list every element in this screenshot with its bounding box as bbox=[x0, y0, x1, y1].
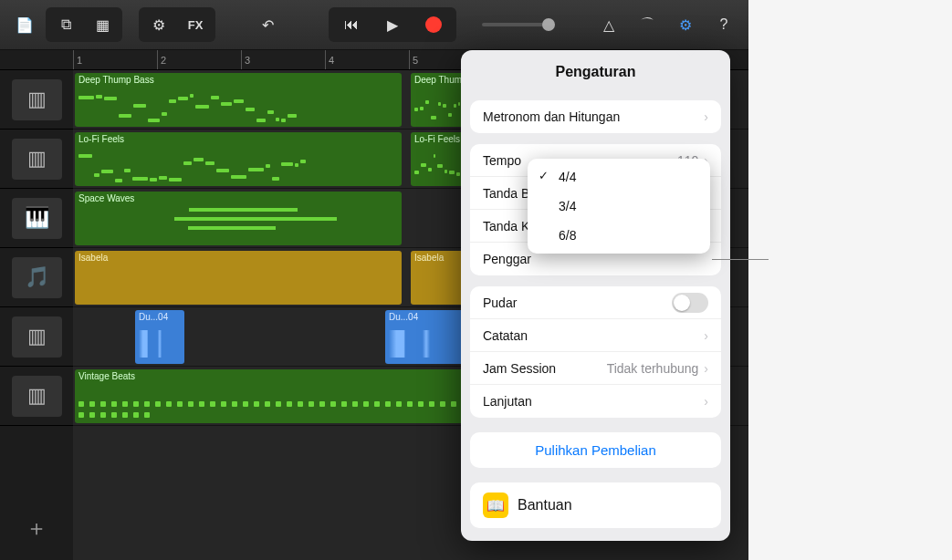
settings-section: Pudar Catatan › Jam Session Tidak terhub… bbox=[470, 286, 721, 418]
region[interactable]: Du...04 bbox=[385, 310, 467, 364]
fade-row[interactable]: Pudar bbox=[470, 286, 721, 319]
fade-toggle[interactable] bbox=[672, 293, 708, 313]
transport: ⏮ ▶ bbox=[329, 7, 456, 42]
chevron-right-icon: › bbox=[704, 328, 708, 343]
callout-line bbox=[712, 259, 769, 260]
settings-popover: Pengaturan Metronom dan Hitungan › Tempo… bbox=[461, 50, 730, 541]
jam-session-row[interactable]: Jam Session Tidak terhubung › bbox=[470, 352, 721, 385]
row-label: Metronom dan Hitungan bbox=[483, 109, 698, 124]
ruler-mark: 2 bbox=[157, 50, 241, 69]
popover-title: Pengaturan bbox=[461, 50, 730, 89]
chevron-right-icon: › bbox=[704, 109, 708, 124]
row-label: Lanjutan bbox=[483, 394, 698, 409]
region[interactable]: Deep Thump Bass bbox=[75, 73, 402, 127]
app-root: 📄 ⧉ ▦ ⚙ FX ↶ ⏮ ▶ △ ⌒ ⚙ ? ▥ ▥ 🎹 bbox=[0, 0, 748, 560]
rewind-button[interactable]: ⏮ bbox=[335, 9, 368, 40]
ruler-mark: 1 bbox=[73, 50, 157, 69]
ruler-mark: 4 bbox=[325, 50, 409, 69]
volume-slider[interactable] bbox=[482, 23, 555, 26]
fx-button[interactable]: FX bbox=[177, 9, 214, 40]
row-value: Tidak terhubung bbox=[607, 361, 699, 376]
ruler-mark: 3 bbox=[241, 50, 325, 69]
drum-machine-icon: ▥ bbox=[12, 79, 62, 120]
notes-row[interactable]: Catatan › bbox=[470, 319, 721, 352]
help-icon[interactable]: ? bbox=[706, 7, 741, 42]
mixer-icon[interactable]: ⚙ bbox=[141, 9, 177, 40]
track-header[interactable]: 🎵 bbox=[0, 248, 73, 307]
row-label: Penggar bbox=[483, 252, 708, 266]
drum-machine-icon: ▥ bbox=[12, 316, 62, 358]
settings-gear-icon[interactable]: ⚙ bbox=[668, 7, 703, 42]
track-header[interactable]: ▥ bbox=[0, 307, 73, 367]
time-signature-dropdown[interactable]: 4/4 3/4 6/8 bbox=[528, 159, 710, 254]
view-grid-icon[interactable]: ▦ bbox=[84, 9, 120, 40]
view-phones-icon[interactable]: ⧉ bbox=[47, 9, 84, 40]
region-name: Isabela bbox=[78, 253, 398, 263]
region-name: Lo-Fi Feels bbox=[78, 134, 398, 144]
settings-section: Metronom dan Hitungan › bbox=[470, 100, 721, 133]
advanced-row[interactable]: Lanjutan › bbox=[470, 385, 721, 418]
view-toggle-group: ⧉ ▦ bbox=[46, 7, 122, 42]
metronome-row[interactable]: Metronom dan Hitungan › bbox=[470, 100, 721, 133]
keyboard-icon: 🎹 bbox=[12, 198, 62, 239]
add-track-button[interactable]: ＋ bbox=[0, 496, 73, 560]
loop-icon[interactable]: ⌒ bbox=[630, 7, 664, 42]
region-name: Deep Thump Bass bbox=[78, 75, 398, 85]
region[interactable]: Du...04 bbox=[135, 310, 184, 364]
row-label: Pudar bbox=[483, 296, 672, 310]
chevron-right-icon: › bbox=[704, 361, 708, 376]
help-label: Bantuan bbox=[518, 497, 572, 513]
record-button[interactable] bbox=[417, 9, 450, 40]
drum-machine-icon: ▥ bbox=[12, 376, 62, 417]
row-label: Catatan bbox=[483, 328, 698, 343]
region-name: Space Waves bbox=[78, 193, 398, 203]
row-label: Jam Session bbox=[483, 361, 607, 376]
dropdown-option[interactable]: 6/8 bbox=[528, 221, 710, 250]
dropdown-option[interactable]: 4/4 bbox=[528, 162, 710, 192]
metronome-icon[interactable]: △ bbox=[591, 7, 626, 42]
track-header[interactable]: ▥ bbox=[0, 130, 73, 189]
play-button[interactable]: ▶ bbox=[376, 9, 409, 40]
fx-group: ⚙ FX bbox=[139, 7, 215, 42]
note-icon[interactable]: 📄 bbox=[7, 7, 42, 42]
help-row[interactable]: 📖 Bantuan bbox=[470, 482, 721, 528]
chevron-right-icon: › bbox=[704, 394, 708, 409]
region[interactable]: Space Waves bbox=[75, 192, 402, 245]
track-header[interactable]: 🎹 bbox=[0, 189, 73, 248]
book-icon: 📖 bbox=[483, 493, 508, 518]
toolbar: 📄 ⧉ ▦ ⚙ FX ↶ ⏮ ▶ △ ⌒ ⚙ ? bbox=[0, 0, 748, 50]
shaker-icon: 🎵 bbox=[12, 257, 62, 298]
restore-purchases-button[interactable]: Pulihkan Pembelian bbox=[470, 432, 721, 468]
region[interactable]: Lo-Fi Feels bbox=[75, 132, 402, 186]
track-header-column: ▥ ▥ 🎹 🎵 ▥ ▥ ＋ bbox=[0, 50, 73, 560]
drum-machine-icon: ▥ bbox=[12, 139, 62, 180]
dropdown-option[interactable]: 3/4 bbox=[528, 192, 710, 221]
undo-button[interactable]: ↶ bbox=[250, 7, 285, 42]
track-header[interactable]: ▥ bbox=[0, 70, 73, 130]
region-name: Du...04 bbox=[389, 312, 464, 322]
region[interactable]: Isabela bbox=[75, 251, 402, 305]
track-header[interactable]: ▥ bbox=[0, 367, 73, 426]
region-name: Du...04 bbox=[139, 312, 181, 322]
